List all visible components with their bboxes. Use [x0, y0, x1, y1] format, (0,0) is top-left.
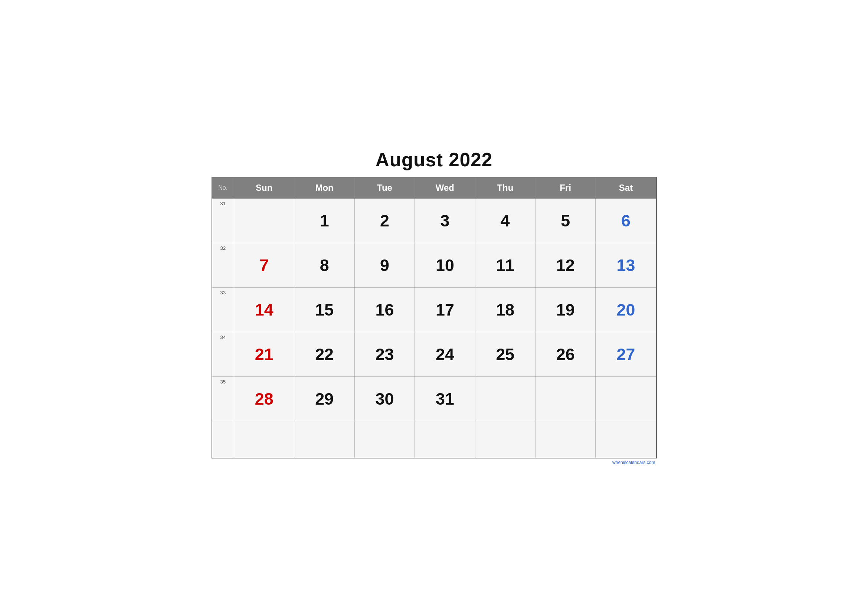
- day-cell: 23: [354, 332, 414, 377]
- day-cell: 25: [475, 332, 535, 377]
- week-number: 35: [212, 377, 234, 421]
- day-cell: 12: [535, 243, 595, 287]
- day-number: 19: [539, 290, 592, 330]
- day-cell: 5: [535, 198, 595, 243]
- day-number: 27: [599, 335, 652, 374]
- day-cell: [475, 421, 535, 458]
- calendar-table: No. Sun Mon Tue Wed Thu Fri Sat 31123456…: [212, 177, 657, 459]
- header-tue: Tue: [354, 177, 414, 198]
- header-no: No.: [212, 177, 234, 198]
- day-cell: 13: [595, 243, 656, 287]
- calendar-row: 3421222324252627: [212, 332, 656, 377]
- day-cell: 14: [234, 287, 294, 332]
- day-cell: 29: [294, 377, 354, 421]
- header-sun: Sun: [234, 177, 294, 198]
- day-number: 6: [599, 201, 652, 240]
- day-number: 21: [238, 335, 290, 374]
- day-number: 5: [539, 201, 592, 240]
- header-sat: Sat: [595, 177, 656, 198]
- calendar-title: August 2022: [212, 149, 657, 171]
- calendar-row: [212, 421, 656, 458]
- day-number: 8: [298, 245, 350, 285]
- day-cell: 22: [294, 332, 354, 377]
- day-cell: 19: [535, 287, 595, 332]
- day-cell: 21: [234, 332, 294, 377]
- day-cell: 1: [294, 198, 354, 243]
- day-number: 15: [298, 290, 350, 330]
- header-mon: Mon: [294, 177, 354, 198]
- header-wed: Wed: [415, 177, 475, 198]
- day-number: 20: [599, 290, 652, 330]
- day-cell: 7: [234, 243, 294, 287]
- calendar-row: 3278910111213: [212, 243, 656, 287]
- day-cell: [294, 421, 354, 458]
- week-number: 34: [212, 332, 234, 377]
- day-cell: 4: [475, 198, 535, 243]
- day-number: 1: [298, 201, 350, 240]
- day-cell: [475, 377, 535, 421]
- day-number: 2: [358, 201, 411, 240]
- week-number: [212, 421, 234, 458]
- day-cell: [595, 421, 656, 458]
- day-number: 16: [358, 290, 411, 330]
- day-number: 11: [479, 245, 532, 285]
- day-cell: 24: [415, 332, 475, 377]
- day-number: 4: [479, 201, 532, 240]
- day-cell: [535, 421, 595, 458]
- day-number: 24: [418, 335, 471, 374]
- day-number: 3: [418, 201, 471, 240]
- watermark[interactable]: wheniscalendars.com: [212, 460, 657, 465]
- day-cell: [354, 421, 414, 458]
- day-cell: 30: [354, 377, 414, 421]
- day-cell: 8: [294, 243, 354, 287]
- day-cell: 26: [535, 332, 595, 377]
- calendar-row: 3528293031: [212, 377, 656, 421]
- week-number: 33: [212, 287, 234, 332]
- day-cell: 11: [475, 243, 535, 287]
- day-number: 14: [238, 290, 290, 330]
- day-cell: 15: [294, 287, 354, 332]
- day-number: 7: [238, 245, 290, 285]
- day-cell: 9: [354, 243, 414, 287]
- day-number: 12: [539, 245, 592, 285]
- header-thu: Thu: [475, 177, 535, 198]
- header-row: No. Sun Mon Tue Wed Thu Fri Sat: [212, 177, 656, 198]
- day-cell: 31: [415, 377, 475, 421]
- day-number: 30: [358, 379, 411, 419]
- calendar-container: August 2022 No. Sun Mon Tue Wed Thu Fri …: [212, 149, 657, 465]
- day-number: 28: [238, 379, 290, 419]
- header-fri: Fri: [535, 177, 595, 198]
- day-cell: [535, 377, 595, 421]
- day-number: 10: [418, 245, 471, 285]
- day-number: 13: [599, 245, 652, 285]
- day-cell: [234, 198, 294, 243]
- week-number: 32: [212, 243, 234, 287]
- day-number: 29: [298, 379, 350, 419]
- day-number: 23: [358, 335, 411, 374]
- day-number: 17: [418, 290, 471, 330]
- day-cell: 10: [415, 243, 475, 287]
- day-cell: 6: [595, 198, 656, 243]
- day-number: 25: [479, 335, 532, 374]
- week-number: 31: [212, 198, 234, 243]
- day-cell: 17: [415, 287, 475, 332]
- day-cell: 3: [415, 198, 475, 243]
- day-number: 31: [418, 379, 471, 419]
- day-cell: 27: [595, 332, 656, 377]
- day-cell: 2: [354, 198, 414, 243]
- day-cell: [234, 421, 294, 458]
- calendar-row: 31123456: [212, 198, 656, 243]
- day-number: 22: [298, 335, 350, 374]
- day-cell: 20: [595, 287, 656, 332]
- day-number: 9: [358, 245, 411, 285]
- day-cell: [415, 421, 475, 458]
- day-number: 26: [539, 335, 592, 374]
- day-number: 18: [479, 290, 532, 330]
- day-cell: 28: [234, 377, 294, 421]
- day-cell: 16: [354, 287, 414, 332]
- day-cell: 18: [475, 287, 535, 332]
- calendar-row: 3314151617181920: [212, 287, 656, 332]
- day-cell: [595, 377, 656, 421]
